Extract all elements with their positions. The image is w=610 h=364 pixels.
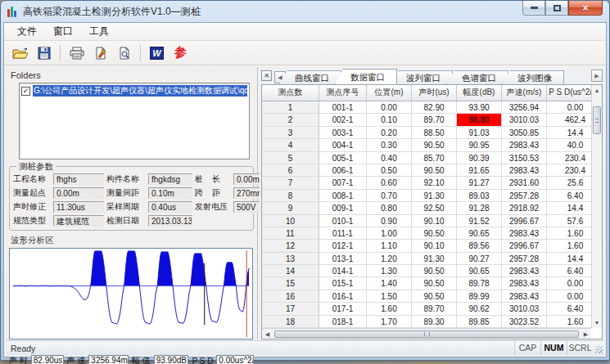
column-header-3[interactable]: 声时(us)	[412, 85, 457, 101]
table-cell: 90.50	[412, 139, 457, 151]
column-header-5[interactable]: 声速(m/s)	[502, 85, 547, 101]
scroll-left-icon[interactable]: ◀	[262, 330, 273, 339]
table-row[interactable]: 11011-11.0090.5090.652983.431.60	[262, 227, 591, 240]
maximize-button[interactable]	[545, 1, 568, 16]
param-label-2: 桩 长	[195, 173, 231, 185]
param-label-10: 检测日期	[106, 215, 146, 227]
column-header-1[interactable]: 测点序号	[319, 85, 367, 101]
param-label-3: 测量起点	[13, 187, 51, 199]
table-row[interactable]: 10010-10.9090.1091.522996.6757.6	[262, 215, 591, 227]
table-header-row: 测点数测点序号位置(m)声时(us)幅度(dB)声速(m/s)P S D(us^…	[262, 85, 591, 101]
scroll-up-icon[interactable]: ▲	[592, 85, 602, 96]
folder-list[interactable]: ✓G:\公司产品设计开发\超声仪器\超声仪实地检测数据调试\qd\qd03\qd…	[19, 83, 250, 160]
table-cell: 2957.28	[502, 253, 547, 265]
amplitude-label: 幅 值	[132, 355, 151, 364]
table-row[interactable]: 13013-11.2091.3090.272957.2814.4	[262, 253, 591, 265]
param-value-3: 0.00m	[53, 187, 104, 199]
table-cell: 008-1	[319, 190, 367, 202]
folder-item-0[interactable]: ✓G:\公司产品设计开发\超声仪器\超声仪实地检测数据调试\qd\qd03\qd…	[21, 85, 247, 97]
table-row[interactable]: 12012-11.1090.1089.562996.671.60	[262, 240, 591, 252]
horizontal-scroll-thumb[interactable]	[274, 330, 579, 338]
table-row[interactable]: 18018-11.7089.3089.853023.521.60	[262, 316, 591, 328]
table-row[interactable]: 4004-10.3090.5090.952983.4340.0	[262, 139, 591, 151]
table-cell: 005-1	[319, 152, 367, 164]
table-cell: 3010.03	[502, 114, 547, 126]
table-cell: 0.10	[367, 114, 412, 126]
word-export-button[interactable]: W	[146, 43, 168, 64]
minimize-button[interactable]	[522, 1, 545, 16]
waveform-plot[interactable]	[9, 248, 253, 339]
table-row[interactable]: 17017-11.6089.7090.623010.036.40	[262, 303, 591, 315]
print-button[interactable]	[66, 43, 88, 64]
table-cell: 2918.92	[502, 202, 547, 214]
table-row[interactable]: 8008-10.7091.3089.032957.286.40	[262, 190, 591, 202]
menu-item-0[interactable]: 文件	[9, 23, 45, 40]
table-cell: 15	[262, 277, 319, 290]
menu-item-2[interactable]: 工具	[81, 23, 117, 40]
table-cell: 25.6	[547, 177, 591, 189]
table-cell: 0.20	[367, 127, 412, 139]
report-button[interactable]	[89, 43, 111, 64]
table-row[interactable]: 16016-11.5090.5089.992983.430.00	[262, 290, 591, 303]
table-cell: 2957.28	[502, 190, 547, 202]
table-cell: 90.65	[457, 227, 502, 240]
table-row[interactable]: 15015-11.4090.5089.782983.430.00	[262, 277, 591, 290]
vertical-scroll-thumb[interactable]	[593, 106, 601, 134]
tab-4[interactable]: 波列图像	[502, 70, 564, 84]
table-cell: 8	[262, 190, 319, 202]
scroll-down-icon[interactable]: ▼	[592, 317, 602, 328]
checkbox-icon[interactable]: ✓	[21, 87, 30, 96]
table-row[interactable]: 7007-10.6092.1091.272931.6025.6	[262, 177, 591, 189]
title-bar[interactable]: 高铁箱梁混凝土检测分析软件V1.0—测桩 ×	[1, 1, 609, 22]
table-cell: 3023.52	[502, 316, 547, 328]
table-cell: 230.4	[547, 152, 591, 164]
column-header-2[interactable]: 位置(m)	[367, 85, 412, 101]
resize-grip[interactable]	[593, 341, 604, 355]
table-cell: 0.60	[367, 177, 412, 189]
preview-button[interactable]	[113, 43, 135, 64]
table-row[interactable]: 2002-10.1089.7086.803010.03462.4	[262, 114, 591, 126]
folders-pane-title: Folders	[9, 69, 254, 83]
page-tool-icon	[94, 47, 107, 60]
close-pane-icon[interactable]: ✕	[261, 70, 272, 81]
table-cell: 0.90	[367, 215, 412, 227]
column-header-0[interactable]: 测点数	[262, 85, 319, 101]
tab-3[interactable]: 色谱窗口	[446, 70, 508, 84]
tab-1[interactable]: 数据窗口	[335, 69, 397, 84]
column-header-4[interactable]: 幅度(dB)	[457, 85, 502, 101]
param-value-0: fhghs	[53, 173, 104, 185]
table-row[interactable]: 1001-10.0082.9093.903256.940.00	[262, 101, 591, 114]
menu-item-1[interactable]: 窗口	[45, 23, 81, 40]
table-cell: 90.50	[412, 164, 457, 177]
table-cell: 14.4	[547, 253, 591, 265]
param-label-0: 工程名称	[13, 173, 51, 185]
toolbar: W 参	[4, 41, 606, 65]
parameters-button[interactable]: 参	[169, 43, 192, 64]
open-button[interactable]	[9, 43, 31, 64]
table-row[interactable]: 6006-10.5090.5091.652983.43230.4	[262, 164, 591, 177]
horizontal-scrollbar[interactable]: ◀ ▶	[262, 328, 591, 339]
table-cell: 1.60	[547, 227, 591, 240]
sound-time-value: 82.90us	[31, 355, 64, 364]
vertical-scrollbar[interactable]: ▲ ▼	[591, 85, 602, 328]
save-button[interactable]	[33, 43, 55, 64]
param-label-9: 规范类型	[13, 215, 51, 227]
table-cell: 016-1	[319, 290, 367, 303]
table-cell: 001-1	[319, 101, 367, 114]
tab-0[interactable]: 曲线窗口	[279, 70, 341, 84]
table-row[interactable]: 9009-10.8092.5091.282918.9214.4	[262, 202, 591, 214]
table-cell: 018-1	[319, 316, 367, 328]
table-row[interactable]: 3003-10.2088.5091.033050.8514.4	[262, 127, 591, 139]
toolbar-separator	[140, 45, 141, 61]
table-rows: 1001-10.0082.9093.903256.940.002002-10.1…	[262, 101, 591, 328]
table-row[interactable]: 5005-10.4085.7090.393150.53230.4	[262, 152, 591, 164]
table-cell: 010-1	[319, 215, 367, 227]
scroll-right-icon[interactable]: ▶	[581, 330, 591, 339]
word-icon: W	[150, 47, 164, 60]
table-row[interactable]: 14014-11.3090.5090.652983.436.40	[262, 265, 591, 277]
table-cell: 006-1	[319, 164, 367, 177]
pile-params-group: 测桩参数 工程名称fhghs构件名称fhgkdsg桩 长0.00m测量起点0.0…	[9, 166, 254, 231]
close-button[interactable]: ×	[568, 1, 603, 16]
tab-scroll-right-icon[interactable]: ▶	[591, 70, 603, 82]
tab-2[interactable]: 波列窗口	[391, 70, 453, 84]
